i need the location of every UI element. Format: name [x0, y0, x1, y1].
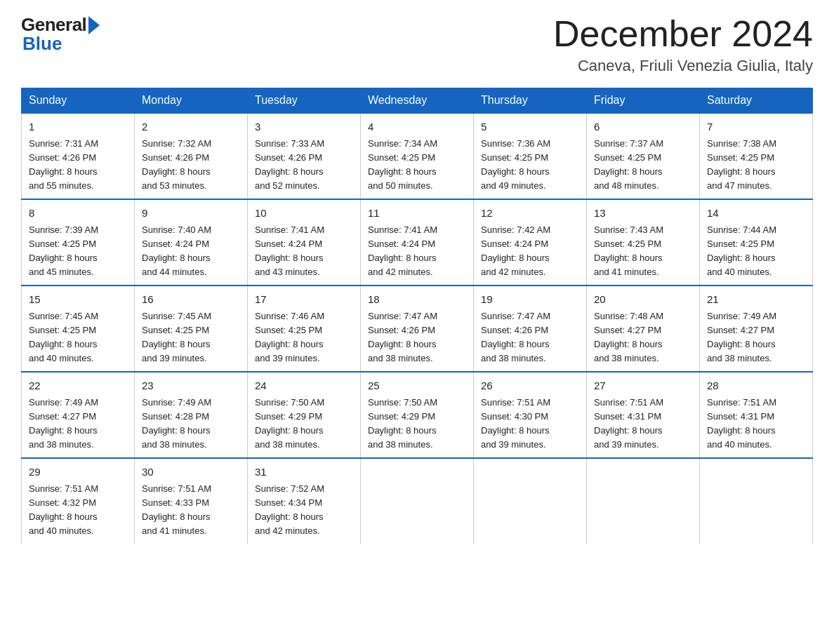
- day-number: 11: [368, 206, 466, 222]
- day-info: Sunrise: 7:45 AM Sunset: 4:25 PM Dayligh…: [29, 309, 127, 366]
- day-number: 15: [29, 292, 127, 308]
- table-row: 27 Sunrise: 7:51 AM Sunset: 4:31 PM Dayl…: [587, 372, 700, 458]
- logo: General Blue: [21, 14, 101, 55]
- day-number: 8: [29, 206, 127, 222]
- day-number: 10: [255, 206, 353, 222]
- day-number: 4: [368, 119, 466, 135]
- day-info: Sunrise: 7:41 AM Sunset: 4:24 PM Dayligh…: [368, 223, 466, 280]
- day-info: Sunrise: 7:51 AM Sunset: 4:30 PM Dayligh…: [481, 396, 579, 452]
- day-info: Sunrise: 7:49 AM Sunset: 4:28 PM Dayligh…: [142, 396, 240, 452]
- table-row: 6 Sunrise: 7:37 AM Sunset: 4:25 PM Dayli…: [587, 113, 700, 199]
- day-info: Sunrise: 7:39 AM Sunset: 4:25 PM Dayligh…: [29, 223, 127, 280]
- table-row: 29 Sunrise: 7:51 AM Sunset: 4:32 PM Dayl…: [22, 458, 135, 544]
- day-number: 17: [255, 292, 353, 308]
- day-number: 5: [481, 119, 579, 135]
- day-info: Sunrise: 7:51 AM Sunset: 4:31 PM Dayligh…: [594, 396, 692, 452]
- page-header: General Blue December 2024 Caneva, Friul…: [21, 14, 813, 75]
- day-info: Sunrise: 7:33 AM Sunset: 4:26 PM Dayligh…: [255, 137, 353, 194]
- day-info: Sunrise: 7:37 AM Sunset: 4:25 PM Dayligh…: [594, 137, 692, 194]
- day-number: 19: [481, 292, 579, 308]
- day-info: Sunrise: 7:42 AM Sunset: 4:24 PM Dayligh…: [481, 223, 579, 280]
- day-info: Sunrise: 7:45 AM Sunset: 4:25 PM Dayligh…: [142, 309, 240, 366]
- day-info: Sunrise: 7:48 AM Sunset: 4:27 PM Dayligh…: [594, 309, 692, 366]
- table-row: 16 Sunrise: 7:45 AM Sunset: 4:25 PM Dayl…: [135, 286, 248, 372]
- table-row: 3 Sunrise: 7:33 AM Sunset: 4:26 PM Dayli…: [248, 113, 361, 199]
- col-wednesday: Wednesday: [361, 88, 474, 114]
- title-block: December 2024 Caneva, Friuli Venezia Giu…: [553, 14, 813, 75]
- table-row: 23 Sunrise: 7:49 AM Sunset: 4:28 PM Dayl…: [135, 372, 248, 458]
- day-number: 18: [368, 292, 466, 308]
- day-number: 24: [255, 378, 353, 394]
- day-info: Sunrise: 7:34 AM Sunset: 4:25 PM Dayligh…: [368, 137, 466, 194]
- calendar-week-row: 22 Sunrise: 7:49 AM Sunset: 4:27 PM Dayl…: [22, 372, 813, 458]
- calendar-table: Sunday Monday Tuesday Wednesday Thursday…: [21, 88, 813, 544]
- day-number: 29: [29, 464, 127, 481]
- day-info: Sunrise: 7:36 AM Sunset: 4:25 PM Dayligh…: [481, 137, 579, 194]
- day-number: 1: [29, 119, 127, 135]
- table-row: 25 Sunrise: 7:50 AM Sunset: 4:29 PM Dayl…: [361, 372, 474, 458]
- day-info: Sunrise: 7:44 AM Sunset: 4:25 PM Dayligh…: [707, 223, 805, 280]
- table-row: 21 Sunrise: 7:49 AM Sunset: 4:27 PM Dayl…: [700, 286, 813, 372]
- day-info: Sunrise: 7:40 AM Sunset: 4:24 PM Dayligh…: [142, 223, 240, 280]
- calendar-week-row: 29 Sunrise: 7:51 AM Sunset: 4:32 PM Dayl…: [22, 458, 813, 544]
- table-row: 11 Sunrise: 7:41 AM Sunset: 4:24 PM Dayl…: [361, 199, 474, 286]
- day-info: Sunrise: 7:49 AM Sunset: 4:27 PM Dayligh…: [707, 309, 805, 366]
- day-info: Sunrise: 7:49 AM Sunset: 4:27 PM Dayligh…: [29, 396, 127, 452]
- day-number: 23: [142, 378, 240, 394]
- day-info: Sunrise: 7:50 AM Sunset: 4:29 PM Dayligh…: [368, 396, 466, 452]
- col-saturday: Saturday: [700, 88, 813, 114]
- logo-arrow-icon: [88, 16, 100, 34]
- day-info: Sunrise: 7:31 AM Sunset: 4:26 PM Dayligh…: [29, 137, 127, 194]
- day-number: 7: [707, 119, 805, 135]
- col-monday: Monday: [135, 88, 248, 114]
- day-number: 20: [594, 292, 692, 308]
- table-row: 26 Sunrise: 7:51 AM Sunset: 4:30 PM Dayl…: [474, 372, 587, 458]
- table-row: 1 Sunrise: 7:31 AM Sunset: 4:26 PM Dayli…: [22, 113, 135, 199]
- day-info: Sunrise: 7:46 AM Sunset: 4:25 PM Dayligh…: [255, 309, 353, 366]
- day-number: 12: [481, 206, 579, 222]
- table-row: [700, 458, 813, 544]
- logo-blue: Blue: [22, 33, 62, 55]
- day-number: 3: [255, 119, 353, 135]
- day-number: 28: [707, 378, 805, 394]
- day-info: Sunrise: 7:43 AM Sunset: 4:25 PM Dayligh…: [594, 223, 692, 280]
- day-info: Sunrise: 7:52 AM Sunset: 4:34 PM Dayligh…: [255, 482, 353, 539]
- calendar-header-row: Sunday Monday Tuesday Wednesday Thursday…: [22, 88, 813, 114]
- day-number: 6: [594, 119, 692, 135]
- day-number: 2: [142, 119, 240, 135]
- table-row: 10 Sunrise: 7:41 AM Sunset: 4:24 PM Dayl…: [248, 199, 361, 286]
- day-number: 27: [594, 378, 692, 394]
- table-row: 8 Sunrise: 7:39 AM Sunset: 4:25 PM Dayli…: [22, 199, 135, 286]
- table-row: 28 Sunrise: 7:51 AM Sunset: 4:31 PM Dayl…: [700, 372, 813, 458]
- col-tuesday: Tuesday: [248, 88, 361, 114]
- day-number: 21: [707, 292, 805, 308]
- table-row: 22 Sunrise: 7:49 AM Sunset: 4:27 PM Dayl…: [22, 372, 135, 458]
- table-row: 19 Sunrise: 7:47 AM Sunset: 4:26 PM Dayl…: [474, 286, 587, 372]
- day-info: Sunrise: 7:51 AM Sunset: 4:31 PM Dayligh…: [707, 396, 805, 452]
- col-friday: Friday: [587, 88, 700, 114]
- table-row: 7 Sunrise: 7:38 AM Sunset: 4:25 PM Dayli…: [700, 113, 813, 199]
- day-info: Sunrise: 7:51 AM Sunset: 4:33 PM Dayligh…: [142, 482, 240, 539]
- calendar-week-row: 1 Sunrise: 7:31 AM Sunset: 4:26 PM Dayli…: [22, 113, 813, 199]
- day-number: 13: [594, 206, 692, 222]
- table-row: 15 Sunrise: 7:45 AM Sunset: 4:25 PM Dayl…: [22, 286, 135, 372]
- day-number: 31: [255, 464, 353, 481]
- calendar-week-row: 15 Sunrise: 7:45 AM Sunset: 4:25 PM Dayl…: [22, 286, 813, 372]
- table-row: 4 Sunrise: 7:34 AM Sunset: 4:25 PM Dayli…: [361, 113, 474, 199]
- day-info: Sunrise: 7:51 AM Sunset: 4:32 PM Dayligh…: [29, 482, 127, 539]
- table-row: 31 Sunrise: 7:52 AM Sunset: 4:34 PM Dayl…: [248, 458, 361, 544]
- table-row: 12 Sunrise: 7:42 AM Sunset: 4:24 PM Dayl…: [474, 199, 587, 286]
- table-row: [587, 458, 700, 544]
- table-row: 2 Sunrise: 7:32 AM Sunset: 4:26 PM Dayli…: [135, 113, 248, 199]
- day-number: 9: [142, 206, 240, 222]
- day-number: 16: [142, 292, 240, 308]
- col-thursday: Thursday: [474, 88, 587, 114]
- page-subtitle: Caneva, Friuli Venezia Giulia, Italy: [553, 57, 813, 75]
- table-row: 24 Sunrise: 7:50 AM Sunset: 4:29 PM Dayl…: [248, 372, 361, 458]
- day-number: 25: [368, 378, 466, 394]
- day-info: Sunrise: 7:47 AM Sunset: 4:26 PM Dayligh…: [481, 309, 579, 366]
- day-info: Sunrise: 7:38 AM Sunset: 4:25 PM Dayligh…: [707, 137, 805, 194]
- table-row: 17 Sunrise: 7:46 AM Sunset: 4:25 PM Dayl…: [248, 286, 361, 372]
- day-number: 14: [707, 206, 805, 222]
- calendar-week-row: 8 Sunrise: 7:39 AM Sunset: 4:25 PM Dayli…: [22, 199, 813, 286]
